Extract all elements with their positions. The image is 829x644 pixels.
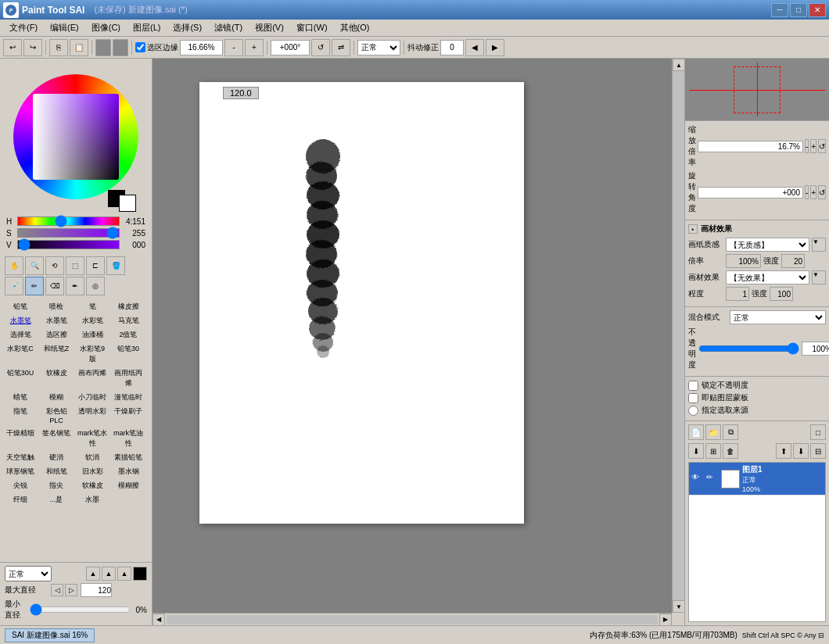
rotation-ctrl-minus[interactable]: -: [805, 185, 809, 199]
brush-bucket[interactable]: 油漆桶: [75, 328, 109, 342]
brush-ball-pen[interactable]: 球形钢笔: [3, 465, 38, 478]
layer-item-1[interactable]: 👁 ✏ 图层1 正常 100%: [689, 463, 825, 496]
menu-filter[interactable]: 滤镜(T): [208, 20, 249, 35]
brush-ink2[interactable]: 水墨笔: [39, 314, 74, 327]
brush-blend-mode[interactable]: 正常: [5, 566, 52, 581]
zoom-ctrl-reset[interactable]: ↺: [818, 139, 826, 153]
canvas-effect-btn[interactable]: ▼: [812, 270, 826, 284]
menu-layer[interactable]: 图层(L): [127, 20, 167, 35]
merge-down-btn[interactable]: ⬇: [688, 443, 704, 459]
brush-sharp[interactable]: 尖锐: [3, 479, 38, 492]
brush-manga-pen[interactable]: 漫笔临时: [111, 391, 145, 404]
texture-select[interactable]: 【无质感】: [726, 238, 809, 252]
brush-watercolor-9[interactable]: 水彩笔9版: [75, 342, 109, 366]
canvas-area[interactable]: 120.0 ▲ ▼ ◀ ▶: [153, 59, 684, 625]
layer-edit-icon[interactable]: ✏: [706, 473, 719, 485]
select-source-radio[interactable]: [688, 406, 698, 416]
effect-strength-value[interactable]: [770, 287, 793, 301]
scroll-right-btn[interactable]: ▶: [659, 614, 672, 626]
brush-select-eraser[interactable]: 选区擦: [39, 328, 74, 342]
brush-extra3[interactable]: 水墨: [75, 493, 109, 506]
brush-knife[interactable]: 小刀临时: [75, 391, 109, 404]
rotation-input[interactable]: [271, 40, 310, 55]
zoom-plus[interactable]: +: [245, 39, 264, 56]
duplicate-layer-btn[interactable]: ⧉: [723, 424, 738, 440]
tool-rotate[interactable]: ⟲: [45, 256, 64, 275]
brush-mark-water[interactable]: mark笔水性: [75, 427, 109, 450]
opacity-value[interactable]: [802, 342, 829, 356]
tool-select-lasso[interactable]: ⊏: [86, 256, 105, 275]
horizontal-scrollbar[interactable]: ◀ ▶: [153, 613, 672, 625]
rotation-ctrl-plus[interactable]: +: [810, 185, 816, 199]
minimize-button[interactable]: ─: [771, 3, 788, 17]
degree-value[interactable]: [726, 287, 749, 301]
stabilizer-input[interactable]: [440, 40, 464, 55]
close-button[interactable]: ✕: [809, 3, 826, 17]
brush-crayon[interactable]: 蜡笔: [3, 391, 38, 404]
value-slider[interactable]: [17, 240, 120, 249]
scroll-up-btn[interactable]: ▲: [673, 59, 684, 71]
shape-btn3[interactable]: ▲: [117, 567, 131, 581]
toolbar-paste[interactable]: 📋: [70, 39, 88, 56]
brush-canvas-acrylic[interactable]: 画布丙烯: [75, 367, 109, 390]
brush-signature[interactable]: 签名钢笔: [39, 427, 74, 450]
max-size-btn1[interactable]: ◁: [51, 584, 63, 596]
canvas-paper[interactable]: 120.0: [199, 82, 524, 524]
scroll-left-btn[interactable]: ◀: [153, 614, 165, 626]
rotation-ctrl-reset[interactable]: ↺: [818, 185, 826, 199]
shape-btn1[interactable]: ▲: [86, 567, 100, 581]
layer-btn-extra3[interactable]: ⬇: [793, 443, 809, 459]
rotation-flip[interactable]: ⇌: [332, 39, 350, 56]
texture-btn[interactable]: ▼: [812, 238, 826, 252]
brush-mark-oil[interactable]: mark笔油性: [111, 427, 145, 450]
new-folder-btn[interactable]: 📁: [705, 424, 721, 440]
merge-visible-btn[interactable]: ⊞: [705, 443, 721, 459]
brush-sketch[interactable]: 素描铅笔: [111, 451, 145, 464]
brush-ink[interactable]: 水墨笔: [3, 314, 38, 327]
strength-value[interactable]: [781, 254, 805, 268]
effects-collapse-btn[interactable]: ▪: [688, 224, 698, 234]
max-size-btn2[interactable]: ▷: [65, 584, 77, 596]
brush-blur-eraser[interactable]: 模糊擦: [111, 479, 145, 492]
brush-washi2[interactable]: 和纸笔: [39, 465, 74, 478]
tool-eraser[interactable]: ⌫: [45, 277, 64, 295]
tool-zoom[interactable]: 🔍: [25, 256, 44, 275]
tool-eyedropper[interactable]: 💉: [5, 277, 23, 295]
rotation-reset[interactable]: ↺: [311, 39, 330, 56]
stabilizer-plus[interactable]: ▶: [486, 39, 504, 56]
brush-colored-pencil[interactable]: 彩色铅PLC: [39, 405, 74, 426]
hue-slider[interactable]: [17, 216, 120, 226]
menu-select[interactable]: 选择(S): [167, 20, 208, 35]
opacity-slider[interactable]: [698, 344, 799, 353]
rotation-ctrl-value[interactable]: [698, 187, 803, 199]
rate-value[interactable]: [726, 254, 761, 268]
layer-eye-icon[interactable]: 👁: [691, 473, 704, 485]
tool-select-rect[interactable]: ⬚: [66, 256, 84, 275]
brush-pen[interactable]: 笔: [75, 300, 109, 313]
background-color[interactable]: [119, 195, 136, 212]
brush-dry-fine[interactable]: 干燥精细: [3, 427, 38, 450]
color-picker-square[interactable]: [33, 94, 119, 180]
brush-blur2[interactable]: 模糊: [39, 391, 74, 404]
menu-image[interactable]: 图像(C): [85, 20, 127, 35]
brush-extra2[interactable]: ...是: [39, 493, 74, 506]
zoom-ctrl-value[interactable]: [698, 141, 803, 152]
zoom-ctrl-plus[interactable]: +: [810, 139, 816, 153]
toolbar-undo[interactable]: ↩: [3, 39, 22, 56]
toolbar-btn4[interactable]: [113, 39, 128, 56]
tool-move[interactable]: ✋: [5, 256, 23, 275]
brush-pencil30u[interactable]: 铅笔30U: [3, 367, 38, 390]
maximize-button[interactable]: □: [790, 3, 807, 17]
zoom-minus[interactable]: -: [224, 39, 243, 56]
brush-select-pen[interactable]: 选择笔: [3, 328, 38, 342]
brush-watercolor[interactable]: 水彩笔: [75, 314, 109, 327]
brush-paper-acrylic[interactable]: 画用纸丙烯: [111, 367, 145, 390]
brush-hard-eraser[interactable]: 硬消: [39, 451, 74, 464]
brush-pencil[interactable]: 铅笔: [3, 300, 38, 313]
brush-transparent-water[interactable]: 透明水彩: [75, 405, 109, 426]
delete-layer-btn[interactable]: 🗑: [723, 443, 738, 459]
scroll-down-btn[interactable]: ▼: [673, 600, 684, 613]
brush-sky[interactable]: 天空笔触: [3, 451, 38, 464]
zoom-input[interactable]: [180, 40, 223, 55]
menu-window[interactable]: 窗口(W): [290, 20, 334, 35]
